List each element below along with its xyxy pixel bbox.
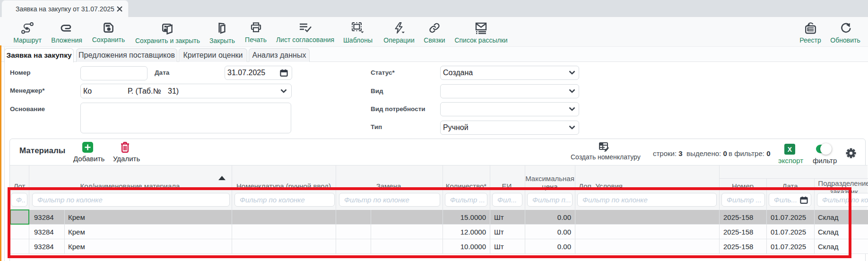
svg-text:X: X <box>788 146 792 153</box>
